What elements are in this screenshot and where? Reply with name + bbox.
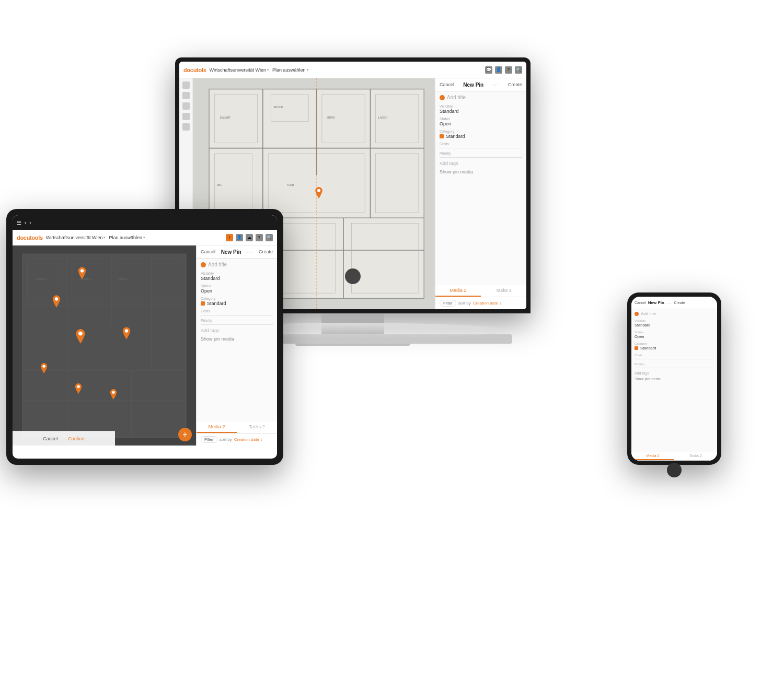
visibility-value[interactable]: Standard [440,109,522,114]
phone-add-title-row[interactable]: Add title [635,311,714,316]
tablet-add-title[interactable]: Add title [208,262,227,267]
tablet-panel-cancel[interactable]: Cancel [201,249,215,254]
svg-text:LAGER: LAGER [378,116,388,119]
tablet-pin-3[interactable] [75,329,86,346]
phone-more[interactable]: ··· [666,300,672,306]
category-color [440,134,444,138]
svg-point-48 [78,332,83,336]
search-icon[interactable]: 🔍 [515,66,522,74]
tablet-panel-more[interactable]: ··· [247,249,253,255]
tablet-panel-body: Add title Visibility Standard Status Ope… [197,259,277,422]
tablet-map-overlay [13,245,196,446]
tablet-add-title-row[interactable]: Add title [201,262,273,267]
visibility-field: Visibility Standard [440,104,522,114]
phone-home-button[interactable] [667,463,682,477]
svg-text:BÜRO: BÜRO [327,116,335,119]
monitor-stand-dot [345,268,361,284]
priority-input[interactable] [440,157,522,158]
tablet-search-icon[interactable]: 🔍 [266,234,273,241]
tablet-map[interactable]: ZIMMER ZIMMER BÜRO [13,245,196,446]
phone-cancel[interactable]: Cancel [635,301,646,305]
tablet-costs: Costs [201,309,273,315]
phone-add-tags[interactable]: Add tags [635,371,714,375]
phone-cat-color [635,346,638,350]
phone-tab-tasks[interactable]: Tasks 2 [674,452,717,460]
user-icon[interactable]: 👤 [495,66,502,74]
tablet-pin-2[interactable] [52,295,61,310]
tool-box[interactable] [182,113,190,120]
costs-input[interactable] [440,148,522,148]
tablet-show-pin-media[interactable]: Show pin media [201,336,273,342]
phone-category: Category Standard [635,342,714,350]
tablet-cloud-icon[interactable]: ☁ [246,234,253,241]
tablet-pin-1[interactable] [77,267,87,282]
tablet-confirm-bar: Cancel Confirm [13,431,115,446]
phone-costs: Costs [635,354,714,359]
pin-dot [440,95,445,100]
tablet-pin-5[interactable] [40,363,48,376]
phone-show-pin-media[interactable]: Show pin media [635,377,714,381]
help-icon[interactable]: ? [505,66,512,74]
svg-text:FLUR: FLUR [287,183,294,186]
tab-media[interactable]: Media 2 [435,285,481,297]
tablet-add-tags[interactable]: Add tags [201,328,273,333]
tablet-cancel-btn[interactable]: Cancel [43,436,57,441]
filter-button[interactable]: Filter [440,300,456,307]
category-row[interactable]: Standard [440,134,522,139]
create-button[interactable]: Create [508,82,522,87]
tablet-system-bar: ☰ ‹ › [13,215,277,230]
plan-select-nav[interactable]: Plan auswählen ▾ [272,67,309,73]
tablet-university-nav[interactable]: Wirtschaftsuniversität Wien ▾ [46,235,106,240]
svg-point-47 [55,297,58,300]
phone-app-header: Cancel New Pin ··· Create [631,297,717,309]
tool-chart[interactable] [182,81,190,89]
tablet-pin-6[interactable] [74,383,83,396]
chat-icon[interactable]: 💬 [485,66,492,74]
tablet-pin-7[interactable] [109,389,118,402]
back-icon[interactable]: ‹ [25,220,26,226]
add-title-field[interactable]: Add title [447,95,466,100]
tablet-panel-header: Cancel New Pin ··· Create [197,245,277,259]
menu-icon[interactable]: ☰ [17,220,21,226]
phone-tab-media[interactable]: Media 2 [631,452,674,460]
more-button[interactable]: ··· [493,81,499,88]
category-field: Category Standard [440,130,522,139]
tablet-pin-4[interactable] [122,327,131,342]
tablet-panel-tabs: Media 2 Tasks 2 [197,422,277,434]
tablet-panel-create[interactable]: Create [259,249,273,254]
tablet-confirm-btn[interactable]: Confirm [68,436,85,441]
tablet-status: Status Open [201,284,273,294]
phone-panel-body: Add title Visibility Standard Status Ope… [631,309,717,452]
phone-add-title[interactable]: Add title [641,311,656,316]
sort-value[interactable]: Creation date ↓ [473,301,501,306]
svg-point-49 [124,329,128,332]
costs-field: Costs [440,142,522,148]
phone-visibility: Visibility Standard [635,319,714,327]
costs-label: Costs [440,142,522,146]
desktop-panel-body: Add title Visibility Standard Status Ope… [435,91,526,285]
tablet-user-icon[interactable]: 👤 [236,234,243,241]
university-nav[interactable]: Wirtschaftsuniversität Wien ▾ [209,67,269,73]
svg-text:KÜCHE: KÜCHE [273,106,283,109]
tab-tasks[interactable]: Tasks 2 [481,285,526,297]
tablet-plan-nav[interactable]: Plan auswählen ▾ [109,235,145,240]
map-pin-main[interactable] [314,187,324,198]
tool-pin[interactable] [182,123,190,131]
status-value[interactable]: Open [440,121,522,126]
tool-layers[interactable] [182,92,190,99]
tablet-tab-tasks[interactable]: Tasks 2 [237,422,277,433]
tablet-filter-btn[interactable]: Filter [201,436,217,443]
add-tags[interactable]: Add tags [440,161,522,166]
show-pin-media[interactable]: Show pin media [440,169,522,174]
tablet-alert-icon[interactable]: ! [226,234,233,241]
tool-check[interactable] [182,102,190,110]
cancel-button[interactable]: Cancel [440,82,454,87]
forward-icon[interactable]: › [29,220,31,226]
add-title-row[interactable]: Add title [440,95,522,100]
tablet-tab-media[interactable]: Media 2 [197,422,237,433]
tablet-visibility: Visibility Standard [201,272,273,281]
tablet-help-icon[interactable]: ? [256,234,263,241]
phone-create[interactable]: Create [674,301,685,305]
svg-text:WC: WC [217,183,222,186]
svg-point-28 [317,189,320,192]
